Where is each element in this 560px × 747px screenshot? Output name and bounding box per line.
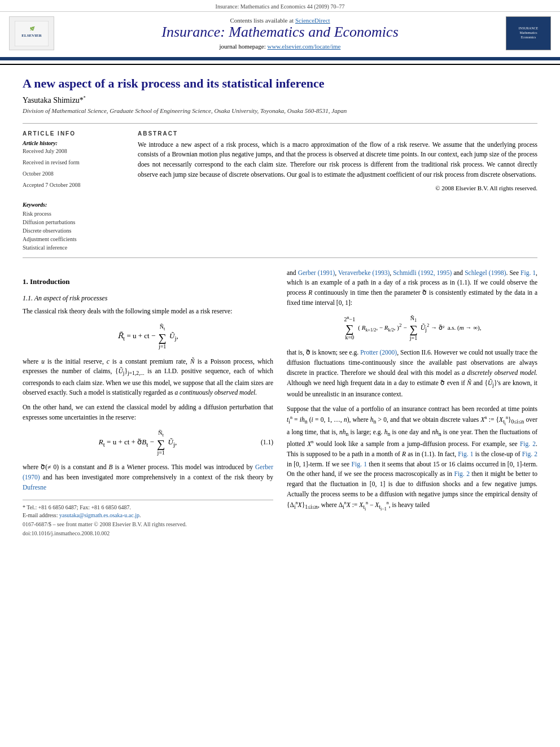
journal-title: Insurance: Mathematics and Economics [54,24,506,41]
article-content: A new aspect of a risk process and its s… [0,65,560,549]
left-para1: The classical risk theory deals with the… [23,307,273,317]
eq-1-1-content: Rt = u + ct + σ̃Bt − Ñt ∑ j=1 Ũj, [23,429,253,457]
gerber-1991-link[interactable]: Gerber (1991) [298,269,335,276]
svg-text:ELSEVIER: ELSEVIER [21,33,42,38]
article-title: A new aspect of a risk process and its s… [23,76,537,91]
homepage-line: journal homepage: www.elsevier.com/locat… [54,43,506,50]
protter-link[interactable]: Protter (2000) [360,349,397,356]
schlegel-link[interactable]: Schlegel (1998) [465,269,506,276]
issn-line: 0167-6687/$ – see front matter © 2008 El… [23,521,273,528]
abstract-header: ABSTRACT [138,130,537,137]
keyword-3: Discrete observations [23,226,124,235]
veraverbeke-link[interactable]: Veraverbeke (1993) [338,269,390,276]
abstract-text: We introduce a new aspect of a risk proc… [138,140,537,180]
left-para2: where u is the initial reserve, c is a c… [23,357,273,399]
elsevier-logo: 🌿 ELSEVIER [9,16,54,50]
right-para1: and Gerber (1991), Veraverbeke (1993), S… [287,268,537,308]
eq-number-1-1: (1.1) [253,438,273,448]
received-text: Received July 2008 [23,147,124,155]
sum-equation: 2n−1 ∑ k=0 ( Rk+1/2ⁿ − Rk/2ⁿ )2 − Ñ1 ∑ j… [287,314,537,342]
journal-banner: 🌿 ELSEVIER Contents lists available at S… [0,12,560,55]
right-para3: Suppose that the value of a portfolio of… [287,404,537,513]
left-para4: where σ̃(≠ 0) is a constant and B is a W… [23,462,273,492]
article-history-label: Article history: [23,140,124,146]
dufresne-link[interactable]: Dufresne [23,484,46,491]
section1-title: 1. Introduction [23,276,273,287]
article-info-col: ARTICLE INFO Article history: Received J… [23,130,124,252]
keyword-2: Diffusion perturbations [23,218,124,226]
journal-issue-info: Insurance: Mathematics and Economics 44 … [216,3,345,10]
article-info-header: ARTICLE INFO [23,130,124,137]
insurance-logo: INSURANCEMathematicsEconomics [506,16,551,50]
body-divider [23,257,537,258]
fig1-link-2[interactable]: Fig. 1 [458,451,473,457]
keyword-5: Statistical inference [23,243,124,252]
schmidli-link[interactable]: Schmidli (1992, 1995) [393,269,452,276]
email-link[interactable]: yasutaka@sigmath.es.osaka-u.ac.jp [59,512,139,518]
keyword-1: Risk process [23,209,124,218]
journal-banner-center: Contents lists available at ScienceDirec… [54,17,506,50]
abstract-col: ABSTRACT We introduce a new aspect of a … [138,130,537,252]
fig1-link-3[interactable]: Fig. 1 [352,461,367,468]
doi-line: doi:10.1016/j.insmatheco.2008.10.002 [23,530,273,538]
body-right-col: and Gerber (1991), Veraverbeke (1993), S… [287,268,537,538]
revised-date: October 2008 [23,170,124,178]
header-bottom-bar [0,57,560,60]
accepted-text: Accepted 7 October 2008 [23,181,124,189]
page-wrapper: Insurance: Mathematics and Economics 44 … [0,0,560,549]
journal-header: Insurance: Mathematics and Economics 44 … [0,0,560,65]
equation-1-1: Rt = u + ct + σ̃Bt − Ñt ∑ j=1 Ũj, (1.1) [23,429,273,457]
body-content: 1. Introduction 1.1. An aspect of risk p… [23,268,537,538]
gerber-link[interactable]: Gerber (1970) [23,464,273,480]
keyword-4: Adjustment coefficients [23,235,124,243]
keywords-label: Keywords: [23,202,124,208]
article-info-abstract: ARTICLE INFO Article history: Received J… [23,130,537,252]
fig2-link-3[interactable]: Fig. 2 [454,470,470,477]
copyright-line: © 2008 Elsevier B.V. All rights reserved… [138,185,537,191]
fig2-link[interactable]: Fig. 2 [520,440,536,447]
contents-line: Contents lists available at ScienceDirec… [54,17,506,24]
article-author: Yasutaka Shimizu** [23,95,537,105]
subsection1-title: 1.1. An aspect of risk processes [23,293,273,304]
eq-r-tilde: R̃t = u + ct − Ñt ∑ j=1 Ũj, [23,322,273,351]
right-para2: that is, σ̃ is known; see e.g. Protter (… [287,348,537,399]
which-word: which [257,368,273,374]
footnote-tel: * Tel.: +81 6 6850 6487; Fax: +81 6 6850… [23,504,273,512]
keywords-list: Risk process Diffusion perturbations Dis… [23,209,124,252]
footnote-section: * Tel.: +81 6 6850 6487; Fax: +81 6 6850… [23,500,273,538]
article-divider [23,123,537,124]
fig2-link-2[interactable]: Fig. 2 [522,451,537,457]
homepage-link[interactable]: www.elsevier.com/locate/ime [267,43,340,50]
footnote-email: E-mail address: yasutaka@sigmath.es.osak… [23,512,273,519]
revised-label: Received in revised form [23,159,124,167]
journal-top-bar: Insurance: Mathematics and Economics 44 … [0,0,560,12]
body-left-col: 1. Introduction 1.1. An aspect of risk p… [23,268,273,538]
author-affiliation: Division of Mathematical Science, Gradua… [23,107,537,114]
left-para3: On the other hand, we can extend the cla… [23,403,273,423]
fig1-link[interactable]: Fig. 1 [520,269,536,276]
sciencedirect-link[interactable]: ScienceDirect [295,17,330,24]
